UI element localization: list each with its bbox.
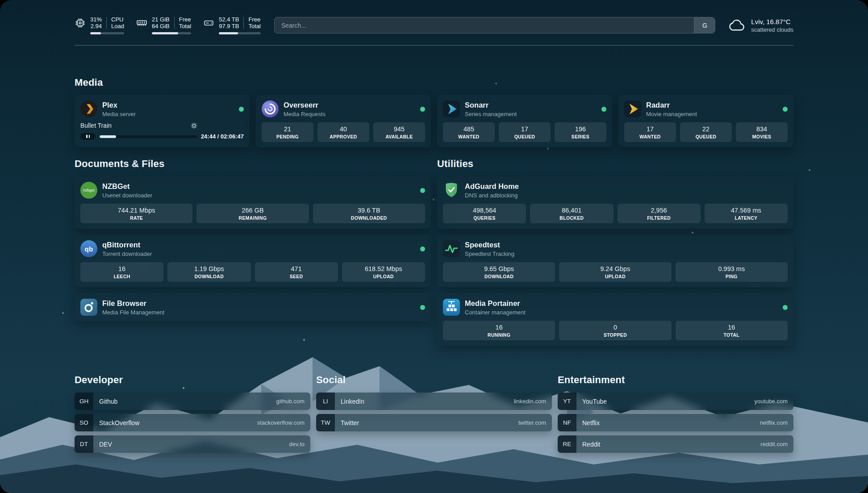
service-description: Media Requests (284, 111, 326, 117)
cpu-widget: 31% 2.94 CPU Load (75, 16, 124, 34)
cpu-icon (75, 17, 86, 29)
bookmark-reddit[interactable]: RE Reddit reddit.com (558, 435, 793, 453)
stat-running: 16 RUNNING (443, 321, 555, 340)
bookmark-url: github.com (270, 393, 310, 410)
bookmark-abbr: NF (558, 414, 576, 431)
top-bar: 31% 2.94 CPU Load (75, 16, 793, 34)
bookmark-abbr: YT (558, 393, 576, 410)
plex-now-playing: Bullet Train (80, 122, 244, 140)
stat-download: 9.65 Gbps DOWNLOAD (443, 262, 555, 282)
stat-filtered: 2,956 FILTERED (618, 204, 701, 223)
service-card-portainer[interactable]: Media Portainer Container management 16 … (437, 293, 793, 346)
weather-location: Lviv, 16.87°C (751, 18, 793, 25)
service-name: File Browser (102, 299, 164, 308)
service-card-nzbget[interactable]: nzbget NZBGet Usenet downloader 74 (75, 176, 431, 229)
dashboard-window: 31% 2.94 CPU Load (0, 0, 868, 493)
service-card-adguard[interactable]: AdGuard Home DNS and adblocking 498,564 … (437, 176, 793, 229)
divider (243, 17, 244, 29)
overseerr-icon (262, 100, 279, 117)
stat-queries: 498,564 QUERIES (443, 204, 526, 223)
service-description: Speedtest Tracking (465, 251, 514, 257)
stat-upload: 618.52 Mbps UPLOAD (342, 262, 425, 282)
bookmark-name: DEV (93, 435, 284, 453)
service-card-plex[interactable]: Plex Media server Bullet Train (75, 95, 250, 147)
bookmark-abbr: DT (75, 435, 93, 453)
plex-icon (80, 100, 97, 117)
stat-wanted: 485 WANTED (443, 122, 495, 142)
bookmark-netflix[interactable]: NF Netflix netflix.com (558, 414, 793, 431)
disk-label-2: Total (248, 23, 260, 29)
service-card-radarr[interactable]: Radarr Movie management 17 WANTED 22 QUE… (618, 95, 793, 147)
playback-progress-bar (100, 135, 197, 138)
memory-label-2: Total (179, 23, 191, 29)
memory-free: 21 GiB (152, 16, 170, 23)
cloud-icon (729, 17, 746, 34)
stat-queued: 17 QUEUED (499, 122, 551, 142)
disk-progress-bar (219, 32, 261, 34)
service-card-overseerr[interactable]: Overseerr Media Requests 21 PENDING 40 A… (256, 95, 431, 147)
service-description: DNS and adblocking (465, 192, 519, 199)
service-card-qbittorrent[interactable]: qb qBittorrent Torrent downloader (75, 235, 431, 287)
stat-pending: 21 PENDING (262, 122, 313, 142)
service-card-sonarr[interactable]: Sonarr Series management 485 WANTED 17 Q… (437, 95, 612, 147)
bookmark-linkedin[interactable]: LI LinkedIn linkedin.com (316, 393, 552, 410)
bookmark-group-developer: Developer GH Github github.com SO StackO… (75, 374, 310, 453)
service-card-speedtest[interactable]: Speedtest Speedtest Tracking 9.65 Gbps D… (437, 235, 793, 287)
header-divider (75, 45, 793, 46)
bookmark-abbr: SO (75, 414, 93, 431)
stat-seed: 471 SEED (255, 262, 338, 282)
bookmark-url: netflix.com (754, 414, 793, 431)
status-dot (420, 246, 425, 251)
stat-total: 16 TOTAL (676, 321, 788, 340)
stat-movies: 834 MOVIES (736, 122, 788, 142)
bookmark-stackoverflow[interactable]: SO StackOverflow stackoverflow.com (75, 414, 310, 431)
service-description: Series management (465, 111, 517, 117)
bookmark-twitter[interactable]: TW Twitter twitter.com (316, 414, 552, 431)
bookmark-abbr: TW (316, 414, 335, 431)
svg-text:nzbget: nzbget (83, 188, 95, 192)
search-provider-button[interactable]: G (694, 17, 715, 33)
bookmark-github[interactable]: GH Github github.com (75, 393, 310, 410)
bookmark-url: youtube.com (749, 393, 793, 410)
section-title-documents: Documents & Files (75, 158, 431, 170)
bookmark-youtube[interactable]: YT YouTube youtube.com (558, 393, 793, 410)
hard-drive-icon (203, 17, 214, 29)
bookmark-url: linkedin.com (508, 393, 552, 410)
service-name: Overseerr (284, 101, 326, 109)
stat-rate: 744.21 Mbps RATE (80, 204, 192, 223)
service-name: qBittorrent (102, 241, 152, 249)
bookmark-name: Netflix (576, 414, 754, 431)
stat-series: 196 SERIES (555, 122, 606, 142)
service-name: Sonarr (465, 101, 517, 109)
stat-remaining: 266 GB REMAINING (196, 204, 309, 223)
divider (106, 17, 107, 29)
sonarr-icon (443, 100, 460, 117)
pause-icon[interactable] (80, 133, 96, 140)
status-dot (601, 107, 606, 112)
service-name: Speedtest (465, 241, 514, 249)
bookmark-url: dev.to (284, 435, 310, 453)
service-name: AdGuard Home (465, 182, 519, 191)
speedtest-icon (443, 240, 460, 257)
bookmarks-section: Developer GH Github github.com SO StackO… (75, 374, 793, 453)
memory-icon (136, 17, 147, 29)
section-title-media: Media (75, 77, 793, 88)
cpu-progress-bar (90, 32, 124, 34)
bookmark-url: reddit.com (755, 435, 793, 453)
search-input[interactable] (275, 17, 694, 33)
gear-icon[interactable] (191, 122, 197, 129)
stat-approved: 40 APPROVED (317, 122, 369, 142)
stat-upload: 9.24 Gbps UPLOAD (559, 262, 671, 282)
status-dot (420, 305, 425, 310)
stat-queued: 22 QUEUED (680, 122, 732, 142)
bookmark-abbr: RE (558, 435, 576, 453)
adguard-icon (443, 182, 460, 199)
bookmark-url: twitter.com (513, 414, 552, 431)
status-dot (239, 107, 244, 112)
status-dot (783, 305, 788, 310)
portainer-icon (443, 299, 460, 316)
stat-available: 945 AVAILABLE (373, 122, 425, 142)
service-card-filebrowser[interactable]: File Browser Media File Management (75, 293, 431, 321)
cpu-load: 2.94 (91, 23, 102, 29)
bookmark-dev[interactable]: DT DEV dev.to (75, 435, 310, 453)
